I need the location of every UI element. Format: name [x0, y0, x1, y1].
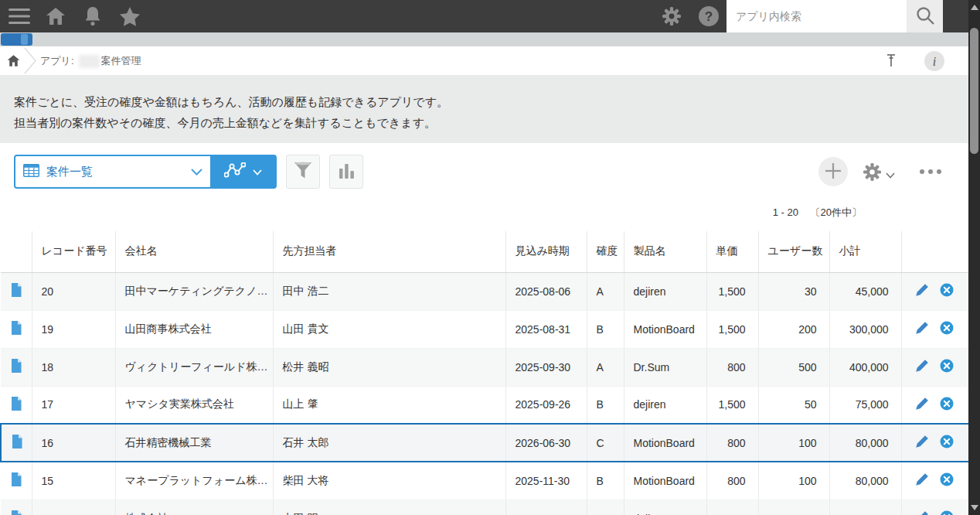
- cell-product: dejiren: [624, 386, 706, 424]
- notifications-bell-icon[interactable]: [80, 0, 106, 32]
- cell-company: ヤマシタ実業株式会社: [115, 386, 273, 424]
- settings-gear-icon[interactable]: [658, 0, 685, 32]
- cell-company: 石井精密機械工業: [115, 424, 273, 462]
- cell-product: dejiren: [624, 272, 706, 310]
- cell-expected_date: 2025-08-06: [505, 272, 587, 310]
- more-options-button[interactable]: [920, 169, 941, 174]
- delete-record-button[interactable]: [940, 359, 954, 375]
- column-header-record_no[interactable]: レコード番号: [32, 231, 115, 272]
- edit-record-button[interactable]: [915, 283, 929, 299]
- edit-record-button[interactable]: [915, 435, 929, 451]
- search-icon: [915, 5, 935, 28]
- column-header-users[interactable]: ユーザー数: [758, 231, 829, 272]
- pagination: 1 - 20 〔20件中〕: [773, 206, 862, 220]
- record-file-icon[interactable]: [11, 363, 22, 375]
- cell-contact: 柴田 大将: [273, 462, 505, 500]
- cell-contact: 松井 義昭: [273, 348, 505, 386]
- graph-view-button[interactable]: [210, 156, 275, 187]
- delete-record-button[interactable]: [940, 397, 954, 413]
- column-header-icon: [1, 231, 32, 272]
- view-settings-gear-icon[interactable]: [863, 162, 882, 185]
- menu-icon[interactable]: [6, 0, 32, 32]
- svg-text:?: ?: [705, 9, 713, 24]
- cell-company: 田中マーケティングテクノ…: [115, 272, 273, 310]
- table-row[interactable]: 17ヤマシタ実業株式会社山上 肇2025-09-26Bdejiren1,5005…: [1, 386, 969, 424]
- cell-company: 株式会社: [115, 500, 273, 515]
- in-app-search-input[interactable]: [726, 0, 907, 32]
- cell-expected_date: 2025-09-26: [505, 386, 587, 424]
- bar-chart-icon: [339, 163, 355, 181]
- table-row[interactable]: 19山田商事株式会社山田 貴文2025-08-31BMotionBoard1,5…: [1, 310, 969, 348]
- search-button[interactable]: [907, 0, 943, 32]
- table-row[interactable]: 16石井精密機械工業石井 太郎2026-06-30CMotionBoard800…: [1, 424, 969, 462]
- column-header-expected_date[interactable]: 見込み時期: [505, 231, 587, 272]
- cell-unit_price: 1,500: [706, 386, 758, 424]
- portal-home-icon[interactable]: [7, 54, 20, 70]
- cell-probability: A: [587, 348, 624, 386]
- filter-funnel-icon: [294, 162, 312, 182]
- delete-record-button[interactable]: [940, 435, 954, 451]
- cell-record_no: 14: [32, 500, 115, 515]
- delete-record-button[interactable]: [940, 283, 954, 299]
- table-row[interactable]: 15マネープラットフォーム株…柴田 大将2025-11-30BMotionBoa…: [1, 462, 969, 500]
- cell-record_no: 17: [32, 386, 115, 424]
- cell-users: 100: [758, 462, 829, 500]
- cell-unit_price: 800: [706, 424, 758, 462]
- view-dropdown[interactable]: 案件一覧: [15, 156, 210, 187]
- view-name-label: 案件一覧: [46, 165, 191, 179]
- record-file-icon[interactable]: [11, 476, 22, 489]
- cell-expected_date: 2025-11-30: [505, 462, 587, 500]
- scroll-up-icon[interactable]: [971, 5, 978, 10]
- app-info-button[interactable]: i: [924, 51, 944, 71]
- edit-record-button[interactable]: [915, 472, 929, 489]
- edit-record-button[interactable]: [915, 397, 929, 413]
- cell-contact: 上田 明: [273, 500, 505, 515]
- table-row[interactable]: 14株式会社上田 明dejiren: [1, 500, 969, 515]
- record-file-icon[interactable]: [11, 287, 22, 299]
- cell-contact: 石井 太郎: [273, 424, 505, 462]
- scrollbar-thumb[interactable]: [970, 28, 978, 154]
- delete-record-button[interactable]: [940, 321, 954, 337]
- column-header-contact[interactable]: 先方担当者: [273, 231, 505, 272]
- edit-record-button[interactable]: [915, 510, 929, 515]
- scrollbar[interactable]: [968, 0, 980, 515]
- home-icon[interactable]: [43, 0, 69, 32]
- cell-record_no: 18: [32, 348, 115, 386]
- pin-description-icon[interactable]: [886, 53, 897, 71]
- cell-subtotal: [829, 500, 901, 515]
- record-file-icon[interactable]: [11, 325, 22, 337]
- record-file-icon[interactable]: [11, 401, 22, 413]
- table-row[interactable]: 20田中マーケティングテクノ…田中 浩二2025-08-06Adejiren1,…: [1, 272, 969, 310]
- cell-probability: [587, 500, 624, 515]
- cell-record_no: 16: [32, 424, 115, 462]
- cell-probability: B: [587, 462, 624, 500]
- record-table: レコード番号会社名先方担当者見込み時期確度製品名単価ユーザー数小計 20田中マー…: [0, 231, 970, 515]
- column-header-actions: [901, 231, 969, 272]
- table-row[interactable]: 18ヴィクトリーフィールド株…松井 義昭2025-09-30ADr.Sum800…: [1, 348, 969, 386]
- record-file-icon[interactable]: [12, 438, 22, 451]
- cell-record_no: 19: [32, 310, 115, 348]
- settings-chevron-icon[interactable]: [886, 168, 895, 182]
- column-header-probability[interactable]: 確度: [587, 231, 624, 272]
- column-header-product[interactable]: 製品名: [624, 231, 706, 272]
- app-icon[interactable]: [1, 33, 32, 46]
- help-icon[interactable]: ?: [696, 0, 722, 32]
- favorites-star-icon[interactable]: [116, 0, 144, 32]
- delete-record-button[interactable]: [940, 472, 954, 489]
- graph-icon: [224, 162, 246, 181]
- filter-button[interactable]: [286, 155, 320, 189]
- column-header-subtotal[interactable]: 小計: [829, 231, 901, 272]
- table-body: 20田中マーケティングテクノ…田中 浩二2025-08-06Adejiren1,…: [1, 272, 969, 515]
- table-view-icon: [23, 164, 39, 180]
- view-dropdown-chevron-icon: [191, 165, 202, 179]
- add-record-button[interactable]: [818, 157, 848, 186]
- global-header: ?: [0, 0, 968, 32]
- edit-record-button[interactable]: [915, 359, 929, 375]
- edit-record-button[interactable]: [915, 321, 929, 337]
- scroll-down-icon[interactable]: [971, 505, 978, 510]
- column-header-company[interactable]: 会社名: [115, 231, 273, 272]
- delete-record-button[interactable]: [940, 510, 954, 515]
- chart-button[interactable]: [329, 155, 363, 189]
- column-header-unit_price[interactable]: 単価: [706, 231, 758, 272]
- cell-expected_date: 2026-06-30: [505, 424, 587, 462]
